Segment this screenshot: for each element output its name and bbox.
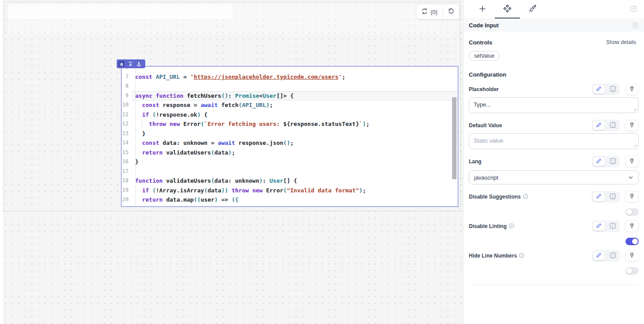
- svg-text:f: f: [612, 253, 614, 258]
- svg-text:f: f: [612, 224, 614, 228]
- svg-text:f: f: [612, 194, 614, 199]
- canvas-top-section-highlight: [8, 4, 232, 19]
- connect-data-button[interactable]: [625, 120, 639, 131]
- anchor-icon[interactable]: [136, 62, 141, 66]
- function-mode-button[interactable]: f: [607, 251, 618, 260]
- code-line: 13 }: [121, 129, 458, 139]
- function-mode-button[interactable]: f: [607, 157, 618, 166]
- section-divider: [469, 284, 639, 285]
- code-line: 14 const data: unknown = await response.…: [121, 138, 458, 148]
- refresh-button[interactable]: (0): [416, 4, 442, 19]
- history-icon: [448, 8, 454, 16]
- svg-text:f: f: [612, 159, 614, 163]
- tab-add-widget[interactable]: [470, 0, 495, 18]
- connect-data-button[interactable]: [625, 221, 639, 232]
- plug-icon: [629, 252, 635, 260]
- function-mode-button[interactable]: f: [607, 121, 618, 130]
- hide-line-numbers-toggle[interactable]: [626, 267, 639, 275]
- resize-handle-icon[interactable]: [633, 108, 637, 111]
- code-line: 17: [121, 167, 458, 177]
- edit-mode-button[interactable]: [593, 85, 605, 94]
- canvas-area[interactable]: (0) a 67const: [0, 0, 463, 324]
- controls-section: Controls Show details setValue: [464, 39, 644, 61]
- function-mode-button[interactable]: f: [607, 85, 618, 94]
- config-properties: PlaceholderfType...Default ValuefStatic …: [469, 83, 639, 275]
- line-number: 15: [121, 148, 132, 158]
- code-input-widget[interactable]: a 67const API_URL = 'https://jsonplaceho…: [121, 66, 458, 207]
- control-chip-setvalue[interactable]: setValue: [469, 51, 500, 61]
- resize-handle-icon[interactable]: [633, 144, 637, 147]
- pencil-icon: [596, 158, 602, 165]
- svg-text:f: f: [612, 87, 614, 91]
- history-button[interactable]: [443, 4, 459, 19]
- configuration-title: Configuration: [469, 71, 506, 78]
- refresh-icon: [421, 8, 428, 16]
- info-icon[interactable]: [523, 194, 528, 200]
- widget-type-title: Code Input: [469, 22, 499, 29]
- line-number: 16: [121, 157, 132, 167]
- code-lines: 67const API_URL = 'https://jsonplacehold…: [121, 66, 458, 206]
- lang-select[interactable]: javascript: [469, 170, 639, 184]
- connect-data-button[interactable]: [625, 84, 639, 95]
- control-chips: setValue: [469, 51, 639, 61]
- edit-mode-button[interactable]: [593, 157, 605, 166]
- placeholder-input[interactable]: Type...: [469, 97, 639, 113]
- property-disable-suggestions: Disable Suggestionsf: [469, 191, 639, 216]
- line-number: 17: [121, 167, 132, 177]
- plug-icon: [629, 222, 635, 230]
- disable-linting-toggle[interactable]: [626, 238, 639, 245]
- binding-mode-segmented: f: [592, 221, 620, 232]
- line-number: 12: [121, 119, 132, 129]
- code-line: 6: [121, 66, 458, 72]
- collapse-panel-icon: [630, 7, 637, 14]
- height-icon[interactable]: [128, 62, 133, 66]
- property-panel: Code Input Controls Show details setValu…: [463, 0, 644, 324]
- code-line: 8: [121, 81, 458, 91]
- edit-mode-button[interactable]: [593, 192, 605, 201]
- edit-mode-button[interactable]: [593, 222, 605, 231]
- show-details-link[interactable]: Show details: [604, 39, 639, 46]
- collapse-panel-button[interactable]: [629, 4, 638, 15]
- pencil-icon: [596, 252, 602, 259]
- connect-data-button[interactable]: [625, 156, 639, 167]
- code-line: 16}: [121, 157, 458, 167]
- code-editor[interactable]: 67const API_URL = 'https://jsonplacehold…: [121, 66, 458, 206]
- code-line: 10 const response = await fetch(API_URL)…: [121, 100, 458, 110]
- default-value-input[interactable]: Static value: [469, 133, 639, 149]
- disable-suggestions-toggle[interactable]: [626, 208, 639, 216]
- pencil-icon: [596, 223, 602, 230]
- info-icon[interactable]: [519, 253, 524, 259]
- tab-style[interactable]: [520, 0, 545, 18]
- property-default-value: Default ValuefStatic value: [469, 119, 639, 149]
- property-lang: Langfjavascript: [469, 155, 639, 184]
- code-line: 20 return data.map((user) => ({: [121, 195, 458, 205]
- tab-widget-properties[interactable]: [495, 0, 520, 18]
- pencil-icon: [596, 122, 602, 129]
- panel-tabs: [464, 0, 644, 18]
- widget-name: a: [118, 61, 125, 67]
- connect-data-button[interactable]: [625, 250, 639, 261]
- code-line: 18function validateUsers(data: unknown):…: [121, 176, 458, 186]
- property-label: Disable Suggestions: [469, 194, 528, 200]
- connect-data-button[interactable]: [625, 191, 639, 202]
- edit-mode-button[interactable]: [593, 121, 605, 130]
- code-line: 12 throw new Error(`Error fetching users…: [121, 119, 458, 129]
- info-icon[interactable]: [509, 223, 514, 230]
- property-label: Disable Linting: [469, 223, 514, 230]
- editor-scrollbar[interactable]: [452, 97, 456, 179]
- property-label: Placeholder: [469, 86, 499, 92]
- edit-mode-button[interactable]: [593, 251, 605, 260]
- line-number: 13: [121, 129, 132, 139]
- pencil-icon: [596, 86, 602, 93]
- line-number: 18: [121, 176, 132, 186]
- code-line: 11 if (!response.ok) {: [121, 110, 458, 120]
- function-icon: f: [610, 223, 616, 230]
- line-number: 19: [121, 186, 132, 195]
- widget-label-badge[interactable]: a: [117, 59, 145, 68]
- document-icon[interactable]: [632, 22, 639, 29]
- line-number: 11: [121, 110, 132, 120]
- function-mode-button[interactable]: f: [607, 192, 618, 201]
- function-icon: f: [610, 86, 616, 93]
- function-mode-button[interactable]: f: [607, 222, 618, 231]
- svg-text:f: f: [612, 123, 614, 127]
